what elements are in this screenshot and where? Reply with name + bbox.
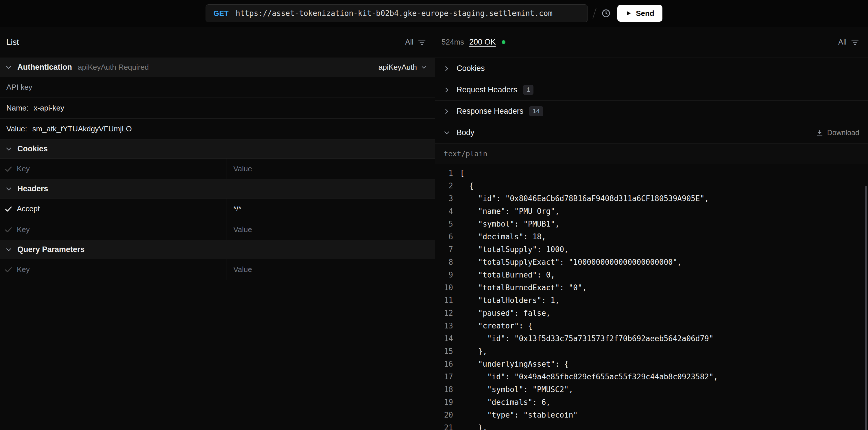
line-number: 12 <box>435 307 453 319</box>
code-line: 2 { <box>435 179 868 192</box>
cookies-empty-row <box>0 159 435 179</box>
section-authentication[interactable]: Authentication apiKeyAuth Required apiKe… <box>0 58 435 77</box>
request-url[interactable]: https://asset-tokenization-kit-b02b4.gke… <box>236 9 553 18</box>
send-button[interactable]: Send <box>617 5 662 22</box>
chevron-down-icon <box>5 185 13 193</box>
response-timing: 524ms <box>441 38 464 47</box>
send-button-label: Send <box>636 9 654 18</box>
header-value-input[interactable] <box>233 204 435 213</box>
line-content: "type": "stablecoin" <box>453 409 578 421</box>
auth-name-input[interactable] <box>34 104 294 113</box>
headers-title: Headers <box>17 184 48 193</box>
line-content: "totalSupplyExact": "1000000000000000000… <box>453 256 682 268</box>
header-key-input[interactable] <box>17 225 221 234</box>
authentication-subtitle: apiKeyAuth Required <box>78 63 149 72</box>
code-line: 12 "paused": false, <box>435 307 868 319</box>
chevron-down-icon <box>421 64 427 71</box>
line-number: 20 <box>435 409 453 421</box>
line-content: }, <box>453 345 487 357</box>
code-line: 4 "name": "PMU Org", <box>435 205 868 218</box>
auth-name-row: Name: <box>0 98 435 119</box>
code-line: 15 }, <box>435 345 868 357</box>
auth-scheme-selected: apiKeyAuth <box>378 63 417 72</box>
line-number: 6 <box>435 230 453 243</box>
response-section-body[interactable]: Body Download <box>435 122 868 144</box>
line-number: 17 <box>435 370 453 383</box>
chevron-right-icon <box>443 86 451 94</box>
line-number: 10 <box>435 281 453 294</box>
header-key-input[interactable] <box>17 204 221 213</box>
code-line: 10 "totalBurnedExact": "0", <box>435 281 868 294</box>
value-cell <box>226 219 435 240</box>
response-filter-label: All <box>838 38 847 47</box>
response-section-request-headers[interactable]: Request Headers 1 <box>435 79 868 101</box>
row-enabled-checkbox[interactable] <box>0 199 17 219</box>
chevron-down-icon <box>5 246 13 254</box>
auth-value-input[interactable] <box>32 124 292 134</box>
auth-value-label: Value: <box>6 124 27 134</box>
query-key-input[interactable] <box>17 265 221 274</box>
api-client-app: GET https://asset-tokenization-kit-b02b4… <box>0 0 868 430</box>
line-content: "totalSupply": 1000, <box>453 243 569 256</box>
line-content: "underlyingAsset": { <box>453 357 569 370</box>
line-content: "id": "0x13f5d33c75a731573f2f70b692aeeb5… <box>453 332 714 345</box>
code-line: 20 "type": "stablecoin" <box>435 409 868 421</box>
http-method-badge[interactable]: GET <box>213 9 229 18</box>
request-filter-button[interactable]: All <box>405 38 426 47</box>
line-number: 18 <box>435 383 453 396</box>
response-panel-header: 524ms 200 OK All <box>435 27 868 58</box>
section-query-parameters[interactable]: Query Parameters <box>0 240 435 259</box>
line-number: 8 <box>435 256 453 268</box>
request-headers-label: Request Headers <box>457 85 517 94</box>
response-section-cookies[interactable]: Cookies <box>435 58 868 79</box>
request-panel-title: List <box>6 38 19 47</box>
code-line: 1[ <box>435 167 868 179</box>
code-line: 3 "id": "0x8046EaCb6d78B16aF9408d311a6CF… <box>435 192 868 205</box>
row-enabled-checkbox[interactable] <box>0 219 17 240</box>
row-enabled-checkbox[interactable] <box>0 159 17 179</box>
chevron-down-icon <box>443 129 451 137</box>
line-content: }, <box>453 421 487 430</box>
line-content: "totalHolders": 1, <box>453 294 559 307</box>
vertical-scrollbar[interactable] <box>865 186 867 430</box>
value-cell <box>226 159 435 179</box>
line-number: 4 <box>435 205 453 218</box>
history-button[interactable] <box>601 8 611 18</box>
body-label: Body <box>457 128 474 137</box>
status-ok-dot <box>502 40 505 44</box>
section-cookies[interactable]: Cookies <box>0 140 435 159</box>
value-cell <box>226 259 435 280</box>
request-url-bar[interactable]: GET https://asset-tokenization-kit-b02b4… <box>206 4 588 22</box>
cookie-key-input[interactable] <box>17 164 221 173</box>
row-enabled-checkbox[interactable] <box>0 259 17 280</box>
line-number: 9 <box>435 268 453 281</box>
response-body-code[interactable]: 1[2 {3 "id": "0x8046EaCb6d78B16aF9408d31… <box>435 164 868 430</box>
response-status[interactable]: 200 OK <box>469 38 496 47</box>
header-value-input[interactable] <box>233 225 435 234</box>
section-headers[interactable]: Headers <box>0 179 435 199</box>
key-cell <box>17 199 226 219</box>
key-cell <box>17 159 226 179</box>
download-icon <box>816 129 824 137</box>
response-section-response-headers[interactable]: Response Headers 14 <box>435 101 868 122</box>
response-filter-button[interactable]: All <box>838 38 859 47</box>
line-content: { <box>453 179 474 192</box>
cookie-value-input[interactable] <box>233 164 435 173</box>
line-content: "decimals": 18, <box>453 230 546 243</box>
query-value-input[interactable] <box>233 265 435 274</box>
code-line: 18 "symbol": "PMUSC2", <box>435 383 868 396</box>
filter-icon <box>417 38 426 47</box>
key-cell <box>17 219 226 240</box>
auth-scheme-select[interactable]: apiKeyAuth <box>378 63 427 72</box>
key-cell <box>17 259 226 280</box>
content-type-bar: text/plain <box>435 144 868 164</box>
query-parameters-title: Query Parameters <box>17 245 85 254</box>
line-content: "symbol": "PMUSC2", <box>453 383 573 396</box>
auth-name-label: Name: <box>6 104 29 113</box>
chevron-right-icon <box>443 107 451 115</box>
download-button[interactable]: Download <box>816 128 859 137</box>
response-panel: 524ms 200 OK All Cookies <box>435 27 868 430</box>
request-filter-label: All <box>405 38 413 47</box>
code-line: 7 "totalSupply": 1000, <box>435 243 868 256</box>
code-line: 19 "decimals": 6, <box>435 396 868 409</box>
